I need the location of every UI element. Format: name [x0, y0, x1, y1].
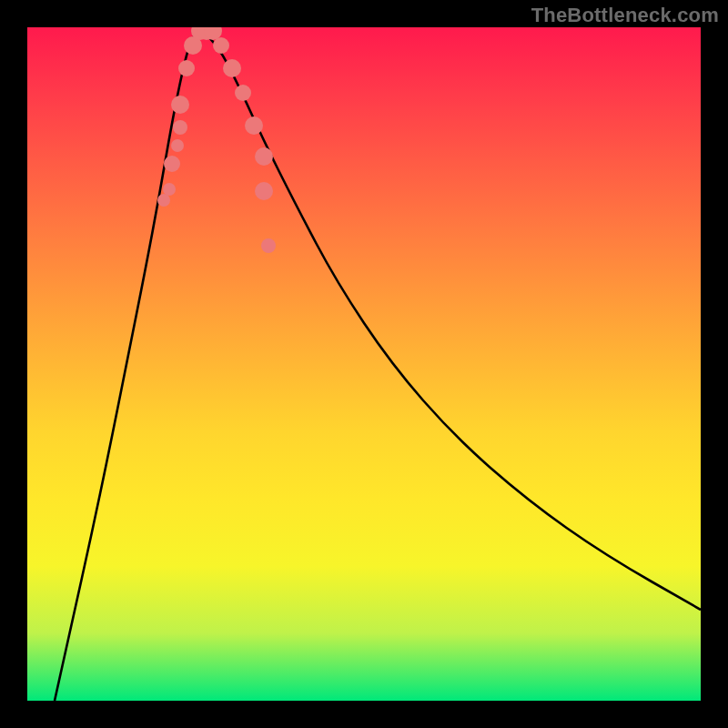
chart-frame: TheBottleneck.com — [0, 0, 728, 728]
scatter-dot — [163, 183, 176, 196]
scatter-dot — [255, 182, 273, 200]
scatter-dot — [213, 37, 229, 54]
scatter-dot — [171, 96, 189, 114]
curve-right — [200, 29, 701, 610]
scatter-dot — [178, 60, 195, 76]
scatter-dot — [255, 147, 273, 166]
scatter-dot — [223, 59, 241, 77]
watermark-text: TheBottleneck.com — [531, 4, 719, 27]
scatter-dot — [157, 194, 170, 207]
scatter-dot — [235, 85, 251, 101]
scatter-dot — [261, 238, 276, 253]
scatter-dot — [245, 116, 263, 135]
scatter-dot — [173, 120, 187, 135]
scatter-dot — [164, 156, 180, 172]
plot-area — [27, 27, 701, 701]
scatter-dots — [157, 27, 276, 253]
chart-svg — [27, 27, 701, 701]
scatter-dot — [171, 139, 184, 152]
